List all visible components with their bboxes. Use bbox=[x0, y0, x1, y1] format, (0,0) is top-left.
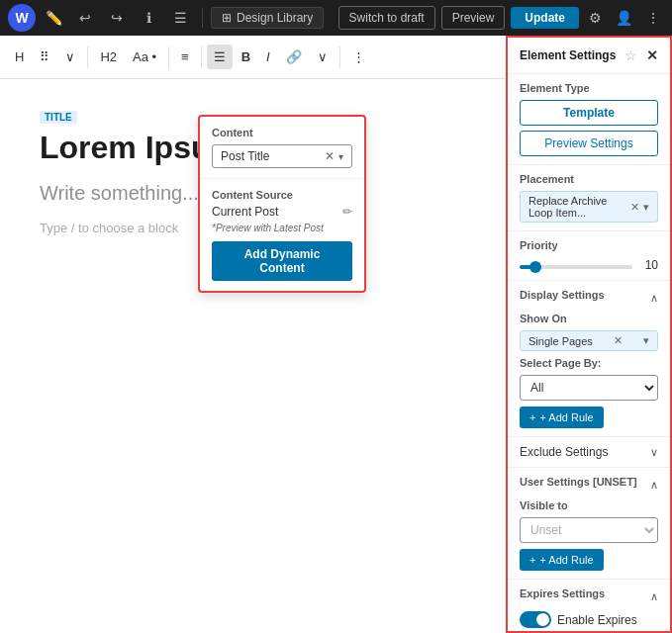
display-settings-label: Display Settings bbox=[520, 289, 605, 301]
content-select[interactable]: Post Title ✕ ▾ bbox=[212, 144, 352, 168]
preview-settings-button[interactable]: Preview Settings bbox=[520, 131, 658, 156]
update-button[interactable]: Update bbox=[511, 7, 579, 29]
drag-handle[interactable]: ⠿ bbox=[33, 45, 56, 69]
source-section: Content Source Current Post ✏ *Preview w… bbox=[200, 179, 364, 291]
toolbar-sep-3 bbox=[201, 46, 202, 68]
content-dropdown-icon[interactable]: ▾ bbox=[338, 151, 343, 162]
panel-title: Element Settings bbox=[520, 48, 616, 62]
wp-logo[interactable]: W bbox=[8, 4, 36, 32]
user-settings-label: User Settings [UNSET] bbox=[520, 476, 637, 488]
link-button[interactable]: 🔗 bbox=[279, 45, 309, 69]
element-type-section: Element Type Template Preview Settings bbox=[508, 74, 670, 165]
user-settings-toggle[interactable]: ∧ bbox=[650, 479, 658, 492]
add-rule-button[interactable]: + + Add Rule bbox=[520, 407, 604, 428]
bold-icon: B bbox=[241, 49, 250, 64]
bold-button[interactable]: B bbox=[235, 45, 257, 69]
priority-label: Priority bbox=[520, 239, 658, 251]
switch-draft-button[interactable]: Switch to draft bbox=[338, 6, 435, 30]
display-settings-toggle[interactable]: ∧ bbox=[650, 292, 658, 305]
placement-label: Placement bbox=[520, 173, 658, 185]
expires-settings-toggle[interactable]: ∧ bbox=[650, 590, 658, 603]
chevron-down-button[interactable]: ∨ bbox=[58, 45, 82, 69]
display-settings-header: Display Settings ∧ bbox=[520, 289, 658, 307]
preview-note: *Preview with Latest Post bbox=[212, 223, 352, 233]
edit-icon[interactable]: ✏️ bbox=[40, 4, 67, 32]
panel-header: Element Settings ☆ ✕ bbox=[508, 38, 670, 74]
list-view-icon[interactable]: ☰ bbox=[166, 4, 194, 32]
placement-dropdown-icon[interactable]: ▾ bbox=[643, 201, 649, 214]
expires-settings-header: Expires Settings ∧ bbox=[520, 588, 658, 605]
italic-button[interactable]: I bbox=[259, 45, 277, 69]
user-settings-header: User Settings [UNSET] ∧ bbox=[520, 476, 658, 494]
expires-settings-section: Expires Settings ∧ Enable Expires Expire… bbox=[508, 580, 670, 633]
select-page-dropdown[interactable]: All bbox=[520, 375, 658, 401]
toolbar-sep-4 bbox=[339, 46, 340, 68]
show-on-clear-icon[interactable]: ✕ bbox=[614, 334, 623, 347]
h2-button[interactable]: H2 bbox=[93, 45, 124, 69]
align-icon: ≡ bbox=[181, 49, 189, 64]
block-type-button[interactable]: H bbox=[8, 45, 31, 69]
toolbar-sep-2 bbox=[168, 46, 169, 68]
enable-expires-row: Enable Expires bbox=[520, 611, 658, 628]
template-button[interactable]: Template bbox=[520, 100, 658, 126]
select-page-label: Select Page By: bbox=[520, 357, 658, 369]
editor-area: H ⠿ ∨ H2 Aa • ≡ ☰ B bbox=[0, 36, 506, 633]
drag-icon: ⠿ bbox=[40, 49, 49, 64]
user-avatar[interactable]: 👤 bbox=[612, 6, 636, 30]
more-options-button[interactable]: ⋮ bbox=[345, 45, 372, 69]
placement-clear-icon[interactable]: ✕ bbox=[630, 201, 639, 214]
placement-tag-value: Replace Archive Loop Item... bbox=[528, 195, 626, 219]
add-rule-2-label: + Add Rule bbox=[539, 554, 593, 566]
list-view-button[interactable]: ☰ bbox=[207, 45, 233, 69]
h-icon: H bbox=[15, 49, 24, 64]
priority-row: 10 bbox=[520, 257, 658, 272]
close-icon[interactable]: ✕ bbox=[646, 47, 658, 63]
exclude-label: Exclude Settings bbox=[520, 445, 608, 459]
visible-to-label: Visible to bbox=[520, 499, 658, 511]
info-icon[interactable]: ℹ bbox=[135, 4, 162, 32]
enable-expires-toggle[interactable] bbox=[520, 611, 551, 628]
source-edit-icon[interactable]: ✏ bbox=[342, 205, 352, 219]
redo-icon[interactable]: ↪ bbox=[103, 4, 131, 32]
font-size-button[interactable]: Aa • bbox=[126, 45, 163, 69]
star-icon[interactable]: ☆ bbox=[624, 47, 637, 63]
toggle-knob bbox=[536, 613, 549, 626]
exclude-chevron-icon: ∨ bbox=[650, 446, 658, 459]
undo-icon[interactable]: ↩ bbox=[71, 4, 99, 32]
design-library-button[interactable]: ⊞ Design Library bbox=[211, 7, 324, 29]
enable-expires-label: Enable Expires bbox=[557, 613, 637, 627]
priority-slider[interactable] bbox=[520, 265, 632, 269]
display-settings-section: Display Settings ∧ Show On Single Pages … bbox=[508, 281, 670, 437]
more-options-icon[interactable]: ⋮ bbox=[642, 6, 664, 30]
plus-icon: + bbox=[529, 411, 535, 423]
right-panel: Element Settings ☆ ✕ Element Type Templa… bbox=[506, 36, 672, 633]
italic-icon: I bbox=[266, 49, 270, 64]
dropdown-arrow-button[interactable]: ∨ bbox=[311, 45, 335, 69]
content-label: Content bbox=[212, 127, 352, 138]
brand-label: Design Library bbox=[237, 11, 313, 25]
title-badge: TITLE bbox=[40, 111, 77, 124]
grid-icon: ⊞ bbox=[222, 11, 232, 25]
visible-to-dropdown[interactable]: Unset bbox=[520, 517, 658, 543]
settings-icon[interactable]: ⚙ bbox=[585, 6, 606, 30]
preview-button[interactable]: Preview bbox=[441, 6, 506, 30]
toolbar-sep-1 bbox=[87, 46, 88, 68]
placement-section: Placement Replace Archive Loop Item... ✕… bbox=[508, 165, 670, 231]
exclude-settings-section: Exclude Settings ∨ bbox=[508, 437, 670, 468]
topbar-separator bbox=[202, 8, 203, 28]
content-section: Content Post Title ✕ ▾ bbox=[200, 117, 364, 179]
exclude-toggle[interactable]: Exclude Settings ∨ bbox=[520, 445, 658, 459]
priority-section: Priority 10 bbox=[508, 231, 670, 281]
text-align-button[interactable]: ≡ bbox=[174, 45, 196, 69]
source-value-text: Current Post bbox=[212, 205, 278, 219]
dynamic-content-popup: Content Post Title ✕ ▾ Content Source Cu… bbox=[198, 115, 366, 293]
content-clear-icon[interactable]: ✕ bbox=[325, 149, 335, 163]
placement-tag[interactable]: Replace Archive Loop Item... ✕ ▾ bbox=[520, 191, 658, 223]
content-selected-value: Post Title bbox=[221, 149, 325, 163]
add-dynamic-content-button[interactable]: Add Dynamic Content bbox=[212, 241, 352, 281]
show-on-dropdown-icon[interactable]: ▾ bbox=[643, 334, 649, 347]
user-settings-section: User Settings [UNSET] ∧ Visible to Unset… bbox=[508, 468, 670, 580]
show-on-tag[interactable]: Single Pages ✕ ▾ bbox=[520, 330, 658, 351]
priority-value: 10 bbox=[638, 258, 658, 272]
add-rule-2-button[interactable]: + + Add Rule bbox=[520, 549, 604, 571]
